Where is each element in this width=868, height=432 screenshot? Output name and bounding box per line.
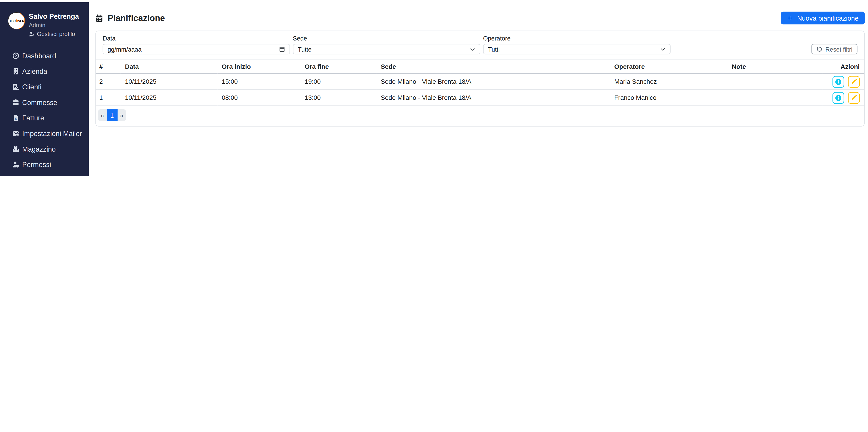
sidebar-item-label: Magazzino [22,145,56,153]
sidebar-item-azienda[interactable]: Azienda [0,64,89,79]
cell-sede: Sede Milano - Viale Brenta 18/A [376,74,610,90]
manage-profile-label: Gestisci profilo [37,31,75,37]
user-name: Salvo Petrenga [29,13,79,21]
cell-ora-fine: 13:00 [300,90,376,106]
column-header-ora-fine: Ora fine [300,60,376,74]
info-button[interactable] [833,92,844,104]
chevron-down-icon [470,47,475,52]
column-header-sede: Sede [376,60,610,74]
cell-ora-inizio: 15:00 [217,74,300,90]
boxes-icon [12,145,20,153]
cell-data: 10/11/2025 [121,74,217,90]
cell-operatore: Franco Manico [610,90,727,106]
edit-button[interactable] [848,76,860,88]
pagination-prev[interactable]: « [98,109,107,121]
date-filter-label: Data [103,35,290,41]
pagination-next[interactable]: » [117,109,126,121]
date-input-field[interactable] [107,46,279,52]
sede-filter-label: Sede [293,35,480,41]
cell-ora-fine: 19:00 [300,74,376,90]
pagination-page-1[interactable]: 1 [107,109,117,121]
svg-text:$: $ [15,117,16,121]
column-header-operatore: Operatore [610,60,727,74]
app: DISCVER Salvo Petrenga Admin Gestisci pr… [0,0,868,176]
pencil-icon [850,78,857,85]
page-title: Pianificazione [95,13,165,23]
cell-data: 10/11/2025 [121,90,217,106]
calendar-icon [95,14,103,22]
sidebar-item-personale[interactable]: Personale [0,172,89,176]
cell-num: 2 [96,74,121,90]
gauge-icon [12,52,20,59]
plus-icon [787,15,794,21]
cell-azioni [823,90,864,106]
operatore-select-value: Tutti [488,46,660,52]
sidebar-item-impostazioni-mailer[interactable]: Impostazioni Mailer [0,125,89,141]
sidebar-item-commesse[interactable]: Commesse [0,94,89,110]
planning-card: Data Sede Tutte Operatore [95,31,865,126]
calendar-outline-icon [279,46,285,52]
cell-sede: Sede Milano - Viale Brenta 18/A [376,90,610,106]
rotate-left-icon [816,46,823,52]
main-content: Pianificazione Nuova pianificazione Data… [89,2,868,126]
circle-info-icon [835,78,842,85]
column-header-num: # [96,60,121,74]
sidebar-item-permessi[interactable]: Permessi [0,157,89,172]
sidebar-item-label: Clienti [22,83,41,91]
sidebar-item-magazzino[interactable]: Magazzino [0,141,89,157]
sidebar-item-clienti[interactable]: Clienti [0,79,89,94]
sidebar-item-label: Azienda [22,67,47,75]
column-header-data: Data [121,60,217,74]
column-header-ora-inizio: Ora inizio [217,60,300,74]
pagination: «1» [98,109,864,121]
column-header-note: Note [727,60,823,74]
file-invoice-icon: $ [12,114,20,121]
info-button[interactable] [833,76,844,88]
envelope-check-icon [12,130,20,137]
sidebar-item-label: Dashboard [22,52,56,59]
building-user-icon [12,83,20,90]
discover-logo: DISCVER [9,13,24,29]
user-shield-icon [12,161,20,168]
sidebar-item-dashboard[interactable]: Dashboard [0,48,89,64]
profile-block: DISCVER Salvo Petrenga Admin Gestisci pr… [0,2,89,37]
planning-table: #DataOra inizioOra fineSedeOperatoreNote… [96,60,864,106]
cell-operatore: Maria Sanchez [610,74,727,90]
discover-o-mark [16,19,18,22]
new-planning-button[interactable]: Nuova pianificazione [781,12,865,24]
sidebar-item-label: Impostazioni Mailer [22,130,82,137]
operatore-filter-label: Operatore [483,35,671,41]
table-row: 110/11/202508:0013:00Sede Milano - Viale… [96,90,864,106]
sidebar-item-label: Permessi [22,161,51,168]
cell-note [727,74,823,90]
edit-button[interactable] [848,92,860,104]
date-input[interactable] [103,44,290,55]
building-icon [12,68,20,75]
column-header-azioni: Azioni [823,60,864,74]
sede-select-value: Tutte [298,46,470,52]
circle-info-icon [835,94,842,102]
sidebar-item-label: Fatture [22,114,44,122]
table-row: 210/11/202515:0019:00Sede Milano - Viale… [96,74,864,90]
sidebar-item-fatture[interactable]: $Fatture [0,110,89,126]
briefcase-icon [12,99,20,106]
filters-bar: Data Sede Tutte Operatore [96,31,864,60]
table-header-row: #DataOra inizioOra fineSedeOperatoreNote… [96,60,864,74]
manage-profile-link[interactable]: Gestisci profilo [29,31,79,37]
user-role: Admin [29,22,79,29]
sidebar-item-label: Commesse [22,98,57,106]
cell-azioni [823,74,864,90]
sidebar-menu: DashboardAziendaClientiCommesse$FattureI… [0,48,89,176]
avatar: DISCVER [8,12,25,29]
pencil-icon [850,94,857,101]
sede-select[interactable]: Tutte [293,44,480,55]
cell-ora-inizio: 08:00 [217,90,300,106]
page-header: Pianificazione Nuova pianificazione [95,12,865,24]
user-pen-icon [29,31,35,37]
cell-num: 1 [96,90,121,106]
chevron-down-icon [660,47,665,52]
cell-note [727,90,823,106]
reset-filters-button[interactable]: Reset filtri [811,44,857,55]
sidebar: DISCVER Salvo Petrenga Admin Gestisci pr… [0,2,89,176]
operatore-select[interactable]: Tutti [483,44,671,55]
